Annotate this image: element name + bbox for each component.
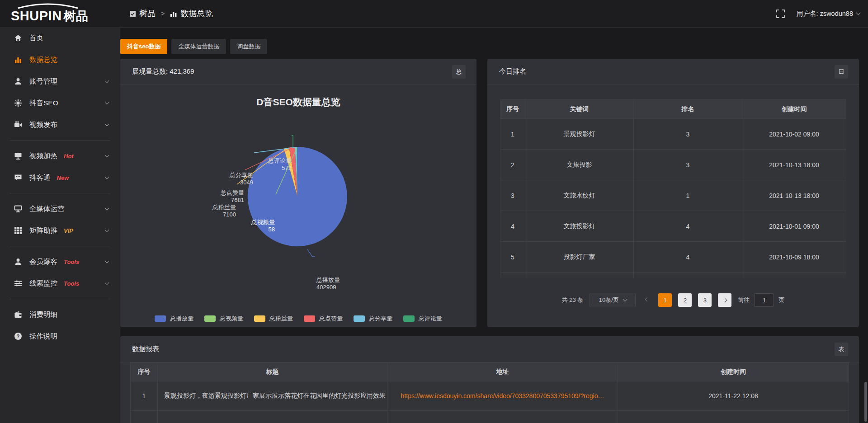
sidebar: 首页 数据总览 账号管理 抖音SEO 视频发布 视频加热 Hot (0, 27, 120, 423)
chevron-down-icon (105, 228, 109, 232)
legend-item[interactable]: 总粉丝量 (254, 315, 293, 323)
sidebar-item-video-heat[interactable]: 视频加热 Hot (0, 145, 120, 167)
table-row[interactable]: 3文旅水纹灯12021-10-13 18:00 (500, 180, 846, 211)
col-created: 创建时间 (618, 363, 849, 381)
pie-svg[interactable] (120, 85, 476, 311)
breadcrumb-current[interactable]: 数据总览 (170, 8, 213, 19)
chevron-right-icon (722, 298, 727, 302)
goto-page-input[interactable] (754, 293, 774, 307)
day-badge-button[interactable]: 日 (835, 65, 848, 79)
table-row[interactable]: 1 景观投影灯，夜游景观投影灯厂家展示展示落花灯在花园里的灯光投影应用效果 # … (131, 381, 849, 411)
sidebar-item-douyin-seo[interactable]: 抖音SEO (0, 92, 120, 114)
sidebar-item-doukertong[interactable]: 抖客通 New (0, 167, 120, 188)
hot-badge: Hot (64, 153, 74, 160)
table-header-row: 序号 关键词 排名 创建时间 (500, 100, 846, 119)
pie-label-likes: 总点赞量7681 (221, 189, 244, 204)
chat-icon (14, 173, 23, 182)
vip-badge: VIP (64, 227, 73, 234)
member-icon (14, 257, 23, 266)
impressions-total: 展现量总数: 421,369 (120, 59, 476, 85)
legend-swatch (254, 315, 265, 322)
sidebar-item-matrix-boost[interactable]: 矩阵助推 VIP (0, 220, 120, 241)
legend-item[interactable]: 总点赞量 (304, 315, 343, 323)
home-icon (14, 33, 23, 42)
page-scrollbar[interactable] (864, 382, 867, 422)
table-row[interactable]: 4文旅投影灯42021-10-01 09:00 (500, 211, 846, 242)
tab-inquiry-data[interactable]: 询盘数据 (230, 39, 267, 54)
sidebar-item-home[interactable]: 首页 (0, 27, 120, 49)
page-size-select[interactable]: 10条/页 (590, 293, 636, 307)
legend-item[interactable]: 总分享量 (354, 315, 392, 323)
sidebar-divider (10, 246, 110, 246)
topbar: SHUPIN树品 树品 > 数据总览 用户名: zswodun88 (0, 0, 868, 27)
pie-chart: D音SEO数据量总览 总评论量572 总分享量3049 总点赞量7681 总粉丝… (120, 85, 476, 327)
breadcrumb: 树品 > 数据总览 (129, 0, 213, 27)
prev-page-button[interactable] (642, 299, 652, 301)
total-badge-button[interactable]: 总 (452, 65, 466, 79)
sidebar-item-help[interactable]: ? 操作说明 (0, 325, 120, 347)
fullscreen-icon[interactable] (776, 9, 785, 18)
grid-icon (14, 226, 23, 235)
chevron-left-icon (645, 297, 649, 302)
sidebar-item-account[interactable]: 账号管理 (0, 70, 120, 92)
table-row[interactable]: 2文旅投影32021-10-13 18:00 (500, 150, 846, 180)
col-url: 地址 (387, 363, 618, 381)
username[interactable]: 用户名: zswodun88 (797, 9, 860, 18)
chevron-down-icon (105, 153, 109, 158)
page-button-1[interactable]: 1 (658, 293, 672, 307)
new-badge: New (57, 174, 69, 181)
table-row[interactable]: 1景观投影灯32021-10-02 09:00 (500, 119, 846, 150)
sidebar-item-member[interactable]: 会员爆客 Tools (0, 251, 120, 273)
chart-legend: 总播放量 总视频量 总粉丝量 总点赞量 总分享量 总评论量 (120, 315, 476, 323)
chevron-down-icon (856, 11, 861, 15)
tab-omnimedia-data[interactable]: 全媒体运营数据 (171, 39, 226, 54)
table-badge-button[interactable]: 表 (835, 343, 848, 356)
ranking-table: 序号 关键词 排名 创建时间 1景观投影灯32021-10-02 09:00 2… (500, 99, 846, 278)
next-page-button[interactable] (718, 293, 731, 307)
sidebar-item-omnimedia[interactable]: 全媒体运营 (0, 198, 120, 220)
goto-label: 前往 (738, 296, 750, 304)
legend-swatch (155, 315, 166, 322)
monitor-play-icon (14, 151, 23, 160)
bar-chart-icon (14, 55, 23, 64)
gear-icon (14, 99, 23, 108)
data-source-tabs: 抖音seo数据 全媒体运营数据 询盘数据 (120, 39, 267, 54)
page-button-2[interactable]: 2 (678, 293, 692, 307)
sidebar-divider (10, 299, 110, 299)
sidebar-item-spend-detail[interactable]: 消费明细 (0, 304, 120, 325)
legend-swatch (204, 315, 216, 322)
sidebar-item-clue-monitor[interactable]: 线索监控 Tools (0, 273, 120, 294)
legend-item[interactable]: 总播放量 (155, 315, 193, 323)
tools-badge: Tools (64, 258, 79, 265)
video-link[interactable]: https://www.iesdouyin.com/share/video/70… (387, 381, 618, 411)
chevron-down-icon (105, 281, 109, 285)
square-doc-icon (129, 10, 136, 17)
total-count: 共 23 条 (562, 296, 584, 304)
chevron-down-icon (105, 206, 109, 211)
report-panel-title: 数据报表 (120, 336, 859, 362)
sidebar-item-video-publish[interactable]: 视频发布 (0, 114, 120, 136)
bar-chart-icon (170, 10, 177, 17)
page-button-3[interactable]: 3 (698, 293, 712, 307)
app-logo: SHUPIN树品 (11, 3, 119, 24)
col-keyword: 关键词 (525, 100, 634, 119)
data-report-panel: 数据报表 表 序号 标题 地址 创建时间 1 景观投影灯，夜游景观投影灯厂家展示… (120, 336, 859, 423)
legend-swatch (304, 315, 315, 322)
legend-item[interactable]: 总视频量 (204, 315, 243, 323)
col-title: 标题 (158, 363, 387, 381)
legend-item[interactable]: 总评论量 (403, 315, 442, 323)
sidebar-item-data-overview[interactable]: 数据总览 (0, 49, 120, 70)
chevron-down-icon (105, 175, 109, 179)
pie-label-videos: 总视频量58 (251, 219, 275, 233)
breadcrumb-root[interactable]: 树品 (129, 8, 156, 19)
pagination: 共 23 条 10条/页 1 2 3 前往 页 (487, 293, 859, 307)
col-index: 序号 (500, 100, 525, 119)
monitor-icon (14, 204, 23, 213)
impressions-panel: 展现量总数: 421,369 总 D音SEO数据量总览 总评论量572 总分享量… (120, 59, 476, 327)
topbar-divider (120, 27, 868, 28)
pie-label-shares: 总分享量3049 (230, 172, 253, 186)
table-row[interactable]: 5投影灯厂家42021-10-09 18:00 (500, 242, 846, 273)
logo-text: SHUPIN树品 (11, 8, 89, 24)
chevron-down-icon (105, 122, 109, 127)
tab-douyin-seo[interactable]: 抖音seo数据 (120, 39, 167, 54)
